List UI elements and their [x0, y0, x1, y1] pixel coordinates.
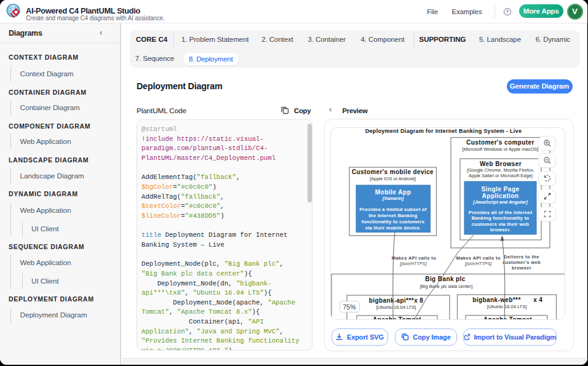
svg-text:[Google Chrome, Mozilla Firefo: [Google Chrome, Mozilla Firefox,: [467, 167, 534, 173]
svg-text:browser: browser: [512, 265, 531, 271]
svg-text:[Apple IOS or Android]: [Apple IOS or Android]: [370, 176, 416, 181]
svg-text:Deployment Diagram for Interne: Deployment Diagram for Internet Banking …: [365, 128, 522, 134]
svg-text:[json/HTTPS]: [json/HTTPS]: [399, 261, 427, 266]
svg-text:[Xamarin]: [Xamarin]: [382, 196, 404, 201]
svg-text:Apache Tomcat: Apache Tomcat: [483, 316, 532, 320]
svg-text:Makes API calls to: Makes API calls to: [392, 255, 436, 261]
svg-text:Makes API calls to: Makes API calls to: [456, 255, 501, 261]
svg-text:customer's web: customer's web: [503, 260, 541, 265]
svg-text:bigbank-web***: bigbank-web***: [472, 296, 520, 303]
svg-text:[Microsoft Windows or Apple ma: [Microsoft Windows or Apple macOS]: [463, 146, 539, 152]
svg-text:Customer's computer: Customer's computer: [466, 139, 534, 146]
svg-text:[Ubuntu 16.04 LTS]: [Ubuntu 16.04 LTS]: [487, 304, 527, 309]
svg-text:Apache Tomcat: Apache Tomcat: [373, 316, 421, 320]
svg-text:Application: Application: [482, 193, 519, 199]
svg-text:Delivers to the: Delivers to the: [504, 254, 539, 260]
svg-text:Banking functionality to: Banking functionality to: [472, 215, 530, 221]
svg-text:functionality to customers: functionality to customers: [362, 219, 425, 225]
svg-text:Apple Safari or Microsoft Edge: Apple Safari or Microsoft Edge]: [469, 173, 533, 178]
svg-text:Single Page: Single Page: [481, 186, 519, 193]
svg-text:[Big Bank plc data center]: [Big Bank plc data center]: [420, 284, 472, 289]
svg-text:[json/HTTPS]: [json/HTTPS]: [464, 261, 492, 266]
svg-text:customers via their web: customers via their web: [472, 221, 529, 227]
svg-text:the Internet Banking: the Internet Banking: [368, 213, 417, 218]
svg-text:bigbank-api***x 8: bigbank-api***x 8: [369, 297, 424, 304]
svg-text:Web Browser: Web Browser: [480, 161, 522, 167]
svg-text:[Ubuntu 16.04 LTS]: [Ubuntu 16.04 LTS]: [376, 304, 416, 310]
svg-text:x 4: x 4: [533, 296, 542, 303]
svg-text:Mobile App: Mobile App: [375, 189, 411, 196]
svg-text:via their mobile device.: via their mobile device.: [365, 225, 421, 231]
svg-text:Customer's mobile device: Customer's mobile device: [352, 169, 434, 175]
svg-text:Big Bank plc: Big Bank plc: [425, 276, 465, 282]
svg-text:[JavaScript and Angular]: [JavaScript and Angular]: [472, 199, 528, 205]
svg-text:browser.: browser.: [490, 227, 511, 233]
svg-text:Provides a limited subset of: Provides a limited subset of: [359, 207, 426, 212]
svg-text:Provides all of the Internet: Provides all of the Internet: [469, 210, 533, 215]
